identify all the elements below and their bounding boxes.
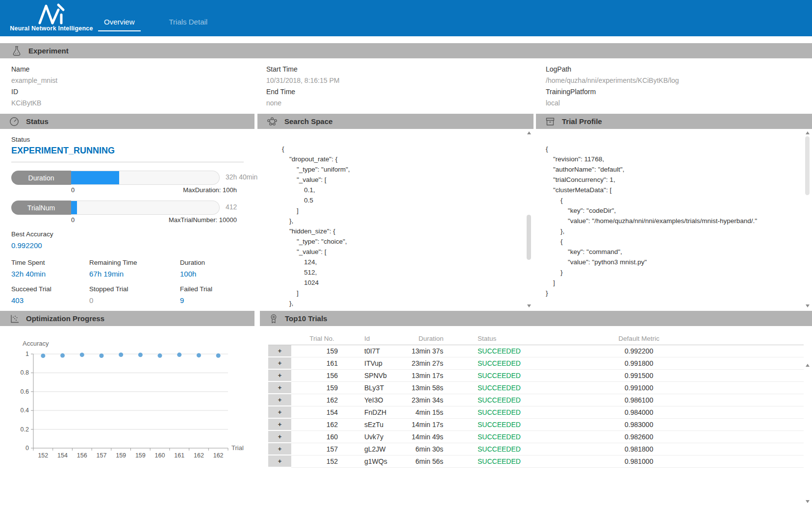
tab-trials-detail[interactable]: Trials Detail bbox=[163, 0, 214, 36]
divider bbox=[11, 162, 244, 162]
stat-value: 9 bbox=[180, 296, 254, 304]
column-header-Default Metric: Default Metric bbox=[533, 332, 804, 345]
scatter-point[interactable] bbox=[138, 353, 143, 357]
optimization-chart: 00.20.40.60.8115215415615715915916016116… bbox=[0, 326, 254, 505]
scroll-up-arrow-icon[interactable] bbox=[527, 131, 531, 134]
tab-overview[interactable]: Overview bbox=[98, 0, 141, 36]
scatter-point[interactable] bbox=[158, 354, 162, 358]
x-tick-label: 159 bbox=[135, 452, 146, 459]
expand-button[interactable]: + bbox=[268, 430, 291, 443]
progressbar-track bbox=[71, 171, 220, 185]
stat-label: Stopped Trial bbox=[89, 285, 180, 293]
progressbar-label: Duration bbox=[11, 171, 71, 185]
expand-button[interactable]: + bbox=[268, 369, 291, 381]
trial-no-cell: 156 bbox=[291, 369, 353, 381]
stat-time-spent: Time Spent32h 40min bbox=[11, 259, 89, 278]
nni-logo: Neural Network Intelligence bbox=[10, 2, 93, 32]
duration-cell: 23min 34s bbox=[397, 394, 465, 406]
status-cell: SUCCEEDED bbox=[465, 369, 533, 381]
scatter-point[interactable] bbox=[216, 354, 221, 358]
scatter-point[interactable] bbox=[60, 354, 65, 358]
trial-profile-scrollbar[interactable] bbox=[805, 131, 811, 307]
table-row: +162sEzTu14min 17sSUCCEEDED0.983000 bbox=[268, 418, 804, 430]
scatter-point[interactable] bbox=[80, 353, 84, 357]
x-tick-label: 154 bbox=[57, 452, 68, 459]
scatter-point[interactable] bbox=[177, 353, 181, 357]
trial-id-cell: g1WQs bbox=[353, 455, 397, 467]
search-space-scrollbar[interactable] bbox=[526, 131, 532, 307]
default-metric-cell: 0.991500 bbox=[533, 369, 804, 381]
status-cell: SUCCEEDED bbox=[465, 406, 533, 418]
stat-succeed-trial: Succeed Trial403 bbox=[11, 285, 89, 304]
experiment-section-header: Experiment bbox=[0, 43, 812, 58]
optimization-progress-panel: Optimization Progress 00.20.40.60.811521… bbox=[0, 311, 254, 505]
trial-id-cell: FnDZH bbox=[353, 406, 397, 418]
experiment-details: Nameexample_mnistIDKCiBytKBStart Time10/… bbox=[0, 58, 812, 114]
x-tick-label: 159 bbox=[116, 452, 126, 459]
nav-tabs: OverviewTrials Detail bbox=[98, 0, 213, 36]
stat-stopped-trial: Stopped Trial0 bbox=[89, 285, 180, 304]
expand-button[interactable]: + bbox=[268, 357, 291, 369]
duration-progressbar: Duration32h 40min0MaxDuration: 100h bbox=[11, 171, 254, 193]
field-label: End Time bbox=[266, 86, 492, 98]
stat-label: Failed Trial bbox=[180, 285, 254, 293]
column-header-Trial No.: Trial No. bbox=[291, 332, 353, 345]
scroll-down-arrow-icon[interactable] bbox=[806, 304, 810, 307]
table-row: +162YeI3O23min 34sSUCCEEDED0.986100 bbox=[268, 394, 804, 406]
table-row: +157gL2JW6min 30sSUCCEEDED0.981800 bbox=[268, 443, 804, 455]
progressbar-track bbox=[71, 201, 220, 215]
table-row: +160Uvk7y14min 49sSUCCEEDED0.982600 bbox=[268, 430, 804, 443]
stat-label: Succeed Trial bbox=[11, 285, 89, 293]
duration-cell: 6min 56s bbox=[397, 455, 465, 467]
expand-button[interactable]: + bbox=[268, 345, 291, 357]
stat-value: 0 bbox=[89, 296, 180, 304]
scatter-point[interactable] bbox=[119, 353, 123, 357]
trialnum-progressbar: TrialNum4120MaxTrialNumber: 10000 bbox=[11, 201, 254, 223]
field-label: ID bbox=[11, 86, 237, 98]
expand-button[interactable]: + bbox=[268, 418, 291, 430]
default-metric-cell: 0.982600 bbox=[533, 430, 804, 443]
trial-no-cell: 152 bbox=[291, 455, 353, 467]
column-header-Duration: Duration bbox=[397, 332, 465, 345]
duration-cell: 13min 58s bbox=[397, 381, 465, 394]
duration-cell: 14min 49s bbox=[397, 430, 465, 443]
expand-button[interactable]: + bbox=[268, 443, 291, 455]
scroll-down-arrow-icon[interactable] bbox=[806, 500, 810, 503]
scrollbar-thumb[interactable] bbox=[527, 215, 531, 260]
y-tick-label: 0.2 bbox=[21, 426, 29, 433]
scatter-point[interactable] bbox=[41, 354, 45, 358]
top10-scrollbar[interactable] bbox=[805, 364, 811, 503]
expand-button[interactable]: + bbox=[268, 381, 291, 394]
y-tick-label: 0.8 bbox=[21, 369, 29, 376]
status-stats: Time Spent32h 40minRemaining Time67h 19m… bbox=[11, 259, 254, 304]
progressbar-value: 32h 40min bbox=[226, 173, 257, 181]
y-axis-name: Accuracy bbox=[23, 340, 49, 347]
x-tick-label: 161 bbox=[174, 452, 184, 459]
expand-button[interactable]: + bbox=[268, 455, 291, 467]
scatter-point[interactable] bbox=[197, 353, 201, 357]
column-header-Id: Id bbox=[353, 332, 397, 345]
expand-button[interactable]: + bbox=[268, 394, 291, 406]
default-metric-cell: 0.983000 bbox=[533, 418, 804, 430]
y-tick-label: 0.4 bbox=[21, 407, 29, 414]
logo-title: Neural Network Intelligence bbox=[10, 25, 93, 32]
top10-table: Trial No.IdDurationStatusDefault Metric … bbox=[268, 332, 804, 468]
status-cell: SUCCEEDED bbox=[465, 443, 533, 455]
scatter-point[interactable] bbox=[99, 354, 103, 358]
stat-duration: Duration100h bbox=[180, 259, 254, 278]
table-row: +159t0I7T13min 37sSUCCEEDED0.992200 bbox=[268, 345, 804, 357]
expand-button[interactable]: + bbox=[268, 406, 291, 418]
nni-logo-icon bbox=[34, 3, 69, 25]
stat-label: Time Spent bbox=[11, 259, 89, 266]
scrollbar-thumb[interactable] bbox=[805, 136, 810, 195]
scroll-up-arrow-icon[interactable] bbox=[806, 131, 810, 134]
x-tick-label: 157 bbox=[97, 452, 107, 459]
scroll-down-arrow-icon[interactable] bbox=[527, 304, 531, 307]
table-row: +154FnDZH4min 15sSUCCEEDED0.984000 bbox=[268, 406, 804, 418]
scroll-up-arrow-icon[interactable] bbox=[806, 364, 810, 367]
table-header-row: Trial No.IdDurationStatusDefault Metric bbox=[268, 332, 804, 345]
column-header-expand bbox=[268, 332, 291, 345]
search-space-title: Search Space bbox=[284, 117, 332, 126]
progressbar-value: 412 bbox=[226, 203, 237, 211]
status-cell: SUCCEEDED bbox=[465, 430, 533, 443]
